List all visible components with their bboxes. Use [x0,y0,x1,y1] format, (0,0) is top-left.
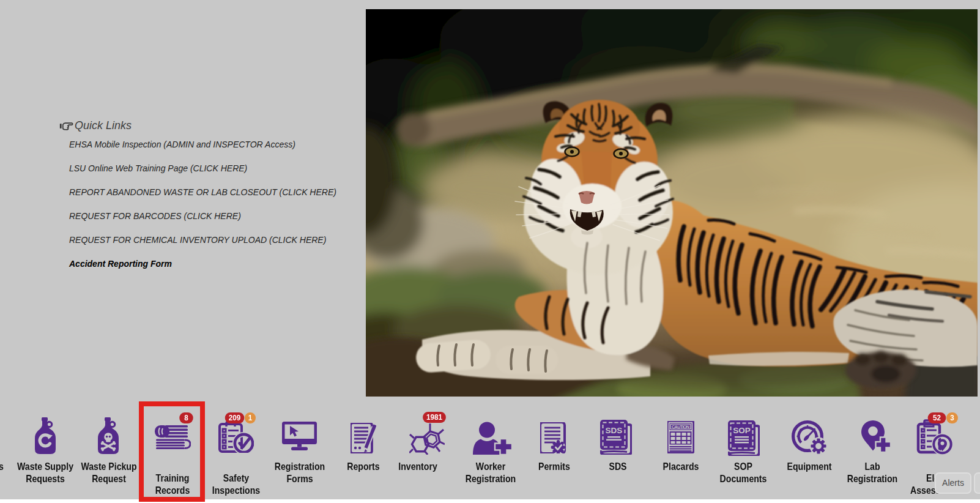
svg-text:CAUTION: CAUTION [672,424,689,430]
svg-text:SOP: SOP [733,426,751,435]
svg-text:SDS: SDS [606,426,623,435]
